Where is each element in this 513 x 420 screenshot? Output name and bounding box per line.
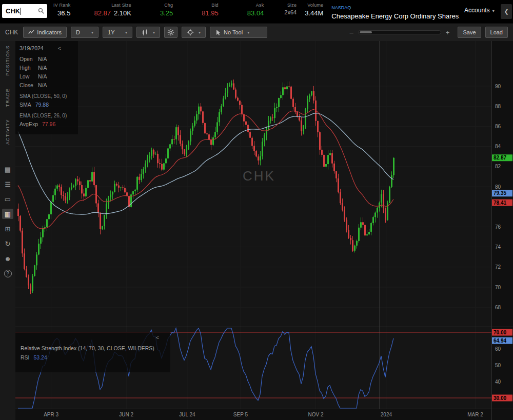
sidebar-tab-positions[interactable]: POSITIONS [5, 45, 10, 76]
rsi-indicator-title: Relative Strength Index (14, 70, 30, CLO… [21, 345, 165, 351]
gear-icon [167, 29, 174, 36]
svg-text:80: 80 [495, 184, 501, 190]
crosshair-dropdown[interactable]: ▾ [182, 27, 206, 38]
chart-symbol-label: CHK [5, 29, 18, 36]
refresh-icon[interactable]: ↻ [2, 238, 13, 249]
chevron-down-icon: ▾ [199, 30, 201, 35]
svg-text:86: 86 [495, 124, 501, 129]
exchange-label: NASDAQ [331, 5, 351, 10]
left-sidebar: POSITIONS TRADE ACTIVITY ▤ ☰ ▭ ▦ ⊞ ↻ ☻ ? [0, 41, 15, 420]
svg-text:84: 84 [495, 144, 501, 149]
ohlc-high-row: HighN/A [19, 65, 74, 71]
ohlc-close-row: CloseN/A [19, 82, 74, 88]
svg-text:82.87: 82.87 [494, 155, 506, 161]
svg-text:NOV 2: NOV 2 [308, 412, 324, 417]
svg-text:90: 90 [495, 84, 501, 89]
collapse-panel-button[interactable]: ❮ [501, 4, 512, 19]
accounts-menu[interactable]: Accounts▾ [464, 0, 495, 14]
svg-text:76: 76 [495, 224, 501, 230]
ema-value-row: AvgExp 77.96 [19, 121, 74, 127]
tool-dropdown[interactable]: No Tool ▾ [210, 27, 267, 38]
ohlc-low-row: LowN/A [19, 73, 74, 79]
zoom-slider[interactable] [358, 30, 441, 34]
grid-icon[interactable]: ⊞ [2, 224, 13, 234]
instrument-info: NASDAQ Chesapeake Energy Corp Ordinary S… [331, 0, 460, 20]
chevron-down-icon: ▾ [91, 30, 93, 35]
svg-text:50: 50 [495, 363, 501, 368]
svg-text:72: 72 [495, 264, 501, 270]
ohlc-open-row: OpenN/A [19, 56, 74, 62]
rsi-value: 53.24 [34, 354, 47, 361]
company-name: Chesapeake Energy Corp Ordinary Shares… [331, 12, 460, 20]
symbol-input[interactable]: CHK [6, 7, 20, 15]
rsi-overlay: < Relative Strength Index (14, 70, 30, C… [15, 332, 170, 372]
timeframe-dropdown[interactable]: D ▾ [71, 27, 98, 38]
svg-text:88: 88 [495, 104, 501, 109]
monitor-chart-icon[interactable]: ▤ [2, 164, 13, 174]
topbar: CHK IV Rank 36.5 Last Size 82.872.10K Ch… [0, 0, 513, 23]
chevron-down-icon: ▾ [153, 30, 155, 35]
zoom-in-button[interactable]: + [446, 29, 450, 36]
help-icon[interactable]: ? [4, 270, 12, 277]
cursor-pointer-icon [215, 29, 221, 36]
zoom-slider-handle[interactable] [360, 31, 372, 33]
indicators-button[interactable]: Indicators [23, 27, 67, 38]
svg-text:2024: 2024 [381, 412, 392, 417]
svg-text:SEP 5: SEP 5 [233, 412, 248, 417]
ema-value: 77.96 [42, 121, 55, 127]
search-icon[interactable] [38, 8, 45, 14]
svg-text:78.41: 78.41 [494, 200, 506, 206]
collapse-overlay-icon[interactable]: < [58, 45, 61, 51]
svg-text:60: 60 [495, 346, 501, 352]
sidebar-tab-trade[interactable]: TRADE [5, 88, 10, 107]
sma-value-row: SMA 79.88 [19, 102, 74, 108]
svg-text:64.94: 64.94 [494, 338, 506, 344]
field-last-size: Last Size 82.872.10K [94, 0, 131, 17]
sma-value: 79.88 [35, 102, 49, 108]
chart-region: CHK9088868482807674727068605040APR 3JUN … [15, 41, 513, 420]
users-icon[interactable]: ☻ [2, 253, 13, 264]
collapse-rsi-overlay-icon[interactable]: < [156, 334, 159, 341]
svg-text:70: 70 [495, 285, 501, 290]
chart-toolbar: CHK Indicators D ▾ 1Y ▾ ▾ [0, 23, 513, 41]
svg-text:CHK: CHK [243, 168, 275, 184]
symbol-search-box[interactable]: CHK [2, 4, 47, 18]
svg-text:40: 40 [495, 379, 501, 385]
load-button[interactable]: Load [485, 27, 508, 38]
ema-indicator-title: EMA (CLOSE, 26, 0) [19, 113, 74, 118]
sidebar-tab-activity[interactable]: ACTIVITY [5, 119, 10, 145]
watchlist-icon[interactable]: ☰ [2, 179, 13, 189]
text-cursor [21, 8, 21, 15]
field-bid: Bid 81.95 [202, 0, 219, 17]
svg-text:MAR 2: MAR 2 [467, 412, 483, 417]
zoom-out-button[interactable]: – [350, 29, 353, 36]
svg-text:70.00: 70.00 [494, 330, 506, 335]
svg-text:74: 74 [495, 244, 501, 250]
layout-icon[interactable]: ▭ [2, 194, 13, 204]
field-chg: Chg 3.25 [160, 0, 173, 17]
range-dropdown[interactable]: 1Y ▾ [103, 27, 132, 38]
svg-text:30.00: 30.00 [494, 395, 506, 401]
svg-text:JUN 2: JUN 2 [119, 412, 133, 417]
chevron-down-icon: ▾ [492, 8, 495, 13]
field-size: Size 2x64 [284, 0, 297, 15]
chevron-down-icon: ▾ [247, 30, 249, 35]
field-ask: Ask 83.04 [247, 0, 264, 17]
settings-gear-button[interactable] [164, 27, 177, 38]
svg-text:79.35: 79.35 [494, 190, 506, 196]
rsi-value-row: RSI 53.24 [21, 354, 165, 361]
field-volume: Volume 3.44M [305, 0, 323, 17]
indicator-wave-icon [28, 29, 34, 35]
svg-text:JUL 24: JUL 24 [179, 412, 195, 417]
save-button[interactable]: Save [458, 27, 481, 38]
candlestick-icon [142, 29, 148, 36]
crosshair-icon [187, 29, 194, 36]
zoom-control: – + [350, 29, 450, 36]
sidebar-icons: ▤ ☰ ▭ ▦ ⊞ ↻ ☻ ? [2, 164, 13, 277]
svg-text:82: 82 [495, 164, 501, 169]
chart-type-dropdown[interactable]: ▾ [136, 27, 160, 38]
svg-text:APR 3: APR 3 [44, 412, 58, 417]
ohlc-overlay: 3/19/2024 < OpenN/A HighN/A LowN/A Close… [15, 41, 78, 134]
chevron-down-icon: ▾ [125, 30, 127, 35]
chart-icon[interactable]: ▦ [2, 209, 13, 219]
